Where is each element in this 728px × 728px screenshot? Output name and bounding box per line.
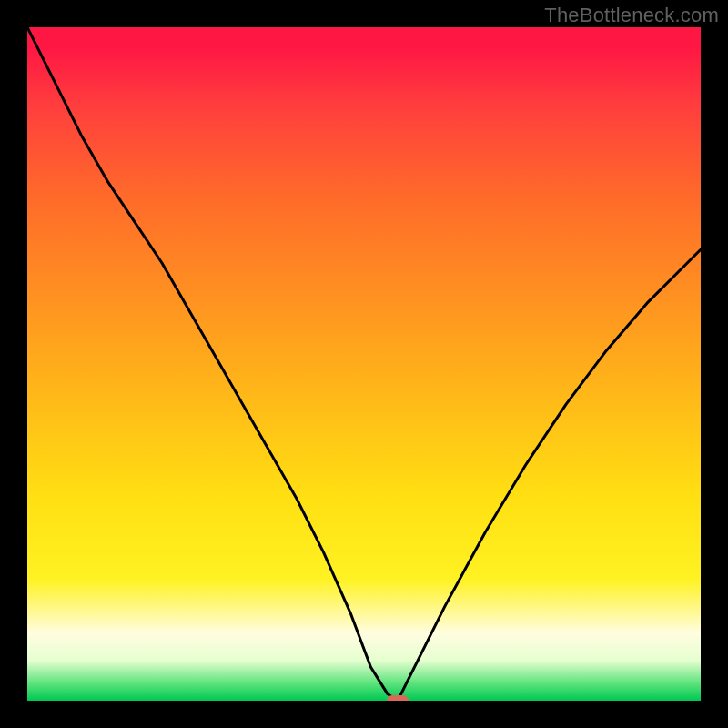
plot-area <box>27 27 701 701</box>
optimal-point-marker <box>387 695 409 701</box>
chart-frame: TheBottleneck.com <box>0 0 728 728</box>
bottleneck-curve <box>27 27 701 701</box>
curve-layer <box>27 27 701 701</box>
watermark-text: TheBottleneck.com <box>544 4 719 27</box>
